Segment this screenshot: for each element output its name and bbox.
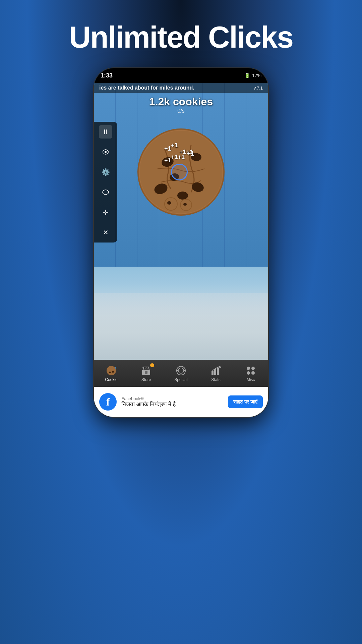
cookie-count-area: 1.2k cookies 0/s (94, 96, 268, 114)
svg-point-15 (183, 203, 187, 206)
close-button[interactable]: ✕ (99, 226, 112, 239)
nav-item-misc[interactable]: Misc (233, 360, 268, 387)
phone-screen: 1:33 🔋 17% ies are talked about for mile… (94, 68, 268, 417)
svg-point-35 (251, 367, 255, 370)
click-indicator-2: +1 (171, 142, 178, 149)
nav-label-misc: Misc (247, 377, 255, 382)
facebook-logo-letter: f (106, 396, 110, 408)
move-button[interactable]: ✛ (99, 206, 112, 219)
cookie-count: 1.2k cookies (94, 96, 268, 108)
status-time: 1:33 (101, 72, 113, 79)
store-badge (150, 363, 154, 367)
svg-point-8 (177, 192, 188, 200)
svg-rect-30 (212, 371, 214, 375)
phone-frame: 1:33 🔋 17% ies are talked about for mile… (94, 68, 268, 417)
ad-text-area: Facebook® निजता आपके नियंत्रण में है (121, 396, 223, 408)
battery-icon: 🔋 (244, 73, 250, 78)
cookie-rate: 0/s (94, 108, 268, 114)
cookie-container[interactable]: +1 +1 +1+1 +1+1 +1 +1 (127, 115, 235, 229)
svg-point-25 (178, 368, 184, 373)
svg-point-11 (165, 198, 177, 210)
nav-label-special: Special (174, 377, 187, 382)
svg-point-37 (251, 371, 255, 375)
page-title: Unlimited Clicks (69, 20, 293, 55)
special-nav-icon (175, 365, 187, 377)
click-indicator-4: +1+1 (171, 154, 185, 161)
svg-rect-31 (214, 369, 216, 375)
cookie-nav-icon (105, 365, 117, 377)
nav-label-stats: Stats (211, 377, 220, 382)
ad-main-text: निजता आपके नियंत्रण में है (121, 401, 223, 408)
nav-label-store: Store (141, 377, 151, 382)
misc-nav-icon (245, 365, 257, 377)
ground-area (94, 293, 268, 360)
svg-rect-22 (145, 371, 147, 374)
nav-item-special[interactable]: Special (164, 360, 198, 387)
battery-percentage: 17% (252, 73, 261, 78)
click-indicator-5: +1 (164, 157, 171, 164)
svg-point-12 (167, 201, 171, 205)
svg-point-36 (247, 371, 250, 375)
svg-rect-32 (217, 368, 219, 375)
svg-point-17 (107, 366, 116, 375)
svg-text:SHOP: SHOP (142, 367, 149, 370)
pause-button[interactable]: ⏸ (99, 125, 112, 139)
svg-point-1 (103, 190, 109, 195)
svg-point-20 (109, 372, 111, 373)
phone-notch (161, 68, 201, 77)
version-label: v.7.1 (254, 86, 263, 91)
ad-bar: f Facebook® निजता आपके नियंत्रण में है स… (94, 387, 268, 417)
side-controls: ⏸ ⚙️ ✛ ✕ (94, 122, 117, 243)
ad-cta-button[interactable]: साइट पर जाएं (228, 395, 263, 408)
cookie-settings-button[interactable] (99, 185, 112, 199)
click-indicator-1: +1 (164, 145, 171, 152)
nav-item-store[interactable]: SHOP Store (129, 360, 164, 387)
svg-point-19 (112, 371, 114, 373)
facebook-icon: f (99, 393, 117, 411)
click-indicator-6: +1 (187, 150, 194, 157)
phone-mockup: 1:33 🔋 17% ies are talked about for mile… (94, 68, 268, 417)
store-nav-icon: SHOP (140, 365, 152, 377)
status-icons: 🔋 17% (244, 73, 261, 78)
eye-button[interactable] (99, 145, 112, 159)
stats-nav-icon (210, 365, 222, 377)
bottom-nav: Cookie SHOP Store (94, 360, 268, 387)
click-cursor-circle (171, 164, 188, 180)
ad-brand: Facebook® (121, 396, 223, 401)
header-scroll-text: ies are talked about for miles around. (99, 85, 194, 91)
nav-item-stats[interactable]: Stats (198, 360, 233, 387)
nav-label-cookie: Cookie (105, 377, 117, 382)
svg-point-0 (105, 151, 107, 153)
game-header: ies are talked about for miles around. v… (94, 83, 268, 93)
svg-point-34 (247, 367, 250, 370)
nav-item-cookie[interactable]: Cookie (94, 360, 129, 387)
settings-button[interactable]: ⚙️ (99, 165, 112, 179)
